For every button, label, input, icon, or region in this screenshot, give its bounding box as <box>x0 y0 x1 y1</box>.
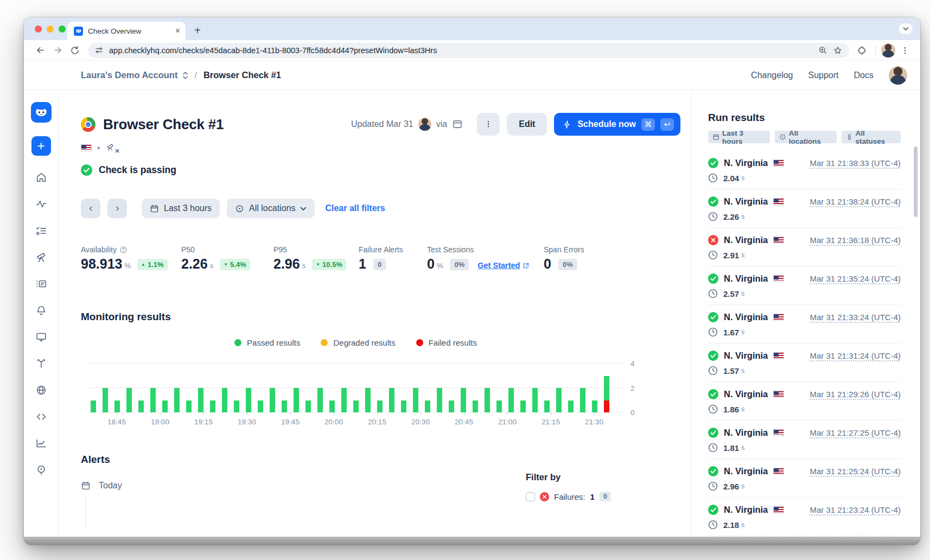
minimize-window-button[interactable] <box>47 26 54 33</box>
logs-icon[interactable] <box>35 278 47 290</box>
result-bar[interactable] <box>413 388 418 412</box>
dashboards-icon[interactable] <box>35 331 47 343</box>
result-bar[interactable] <box>317 388 323 412</box>
snippets-code-icon[interactable] <box>35 411 47 423</box>
result-bar[interactable] <box>258 400 263 413</box>
zoom-page-icon[interactable] <box>818 46 827 55</box>
account-switcher[interactable]: Laura's Demo Account <box>81 70 177 80</box>
map-pin-icon[interactable] <box>35 464 47 476</box>
reload-icon[interactable] <box>67 43 82 58</box>
result-bar[interactable] <box>568 400 574 413</box>
run-timestamp-link[interactable]: Mar 31 21:27:25 (UTC-4) <box>810 428 901 437</box>
nav-changelog-link[interactable]: Changelog <box>751 71 793 80</box>
result-bar[interactable] <box>520 400 526 413</box>
clear-all-filters-link[interactable]: Clear all filters <box>325 203 385 213</box>
result-bar[interactable] <box>210 400 215 413</box>
run-timestamp-link[interactable]: Mar 31 21:31:24 (UTC-4) <box>810 351 901 360</box>
browser-profile-avatar[interactable] <box>881 43 895 58</box>
run-timestamp-link[interactable]: Mar 31 21:23:24 (UTC-4) <box>810 505 901 514</box>
more-actions-button[interactable] <box>477 113 500 136</box>
run-result-item[interactable]: N. VirginiaMar 31 21:35:24 (UTC-4)2.57s <box>708 266 901 305</box>
result-bar[interactable] <box>162 400 168 413</box>
browser-tab[interactable]: Check Overview × <box>67 22 186 40</box>
alerts-bell-icon[interactable] <box>35 304 47 316</box>
maximize-window-button[interactable] <box>59 26 66 33</box>
result-bar[interactable] <box>174 388 180 412</box>
result-bar[interactable] <box>532 388 538 412</box>
run-timestamp-link[interactable]: Mar 31 21:36:18 (UTC-4) <box>810 236 901 245</box>
previous-period-button[interactable] <box>81 199 100 218</box>
browser-menu-icon[interactable] <box>897 43 913 58</box>
result-bar[interactable] <box>604 376 609 413</box>
result-bar[interactable] <box>341 388 347 412</box>
run-result-item[interactable]: N. VirginiaMar 31 21:27:25 (UTC-4)1.81s <box>708 421 901 459</box>
run-timestamp-link[interactable]: Mar 31 21:33:24 (UTC-4) <box>810 313 901 322</box>
create-new-button[interactable]: + <box>31 136 51 156</box>
url-text[interactable]: app.checklyhq.com/checks/e45dacab-8de1-4… <box>109 46 813 55</box>
result-bar[interactable] <box>198 388 203 412</box>
result-bar[interactable] <box>282 400 287 413</box>
result-bar[interactable] <box>449 400 454 413</box>
failures-checkbox[interactable] <box>526 492 535 501</box>
run-result-item[interactable]: N. VirginiaMar 31 21:36:18 (UTC-4)2.91s <box>708 228 901 266</box>
result-bar[interactable] <box>437 388 442 412</box>
result-bar[interactable] <box>150 388 156 412</box>
private-locations-globe-icon[interactable] <box>35 384 47 396</box>
locations-filter-button[interactable]: All locations <box>227 199 315 218</box>
back-icon[interactable] <box>33 43 48 58</box>
result-bar[interactable] <box>389 388 394 412</box>
nav-docs-link[interactable]: Docs <box>854 71 874 80</box>
analytics-chart-icon[interactable] <box>35 437 47 449</box>
result-bar[interactable] <box>222 388 227 412</box>
result-bar[interactable] <box>485 388 490 412</box>
result-bar[interactable] <box>365 388 371 412</box>
result-bar[interactable] <box>425 400 430 413</box>
run-result-item[interactable]: N. VirginiaMar 31 21:29:26 (UTC-4)1.86s <box>708 382 901 421</box>
site-settings-icon[interactable] <box>94 46 104 55</box>
activity-icon[interactable] <box>35 198 47 210</box>
user-avatar[interactable] <box>889 66 907 85</box>
forward-icon[interactable] <box>50 43 65 58</box>
result-bar[interactable] <box>270 388 275 412</box>
next-period-button[interactable] <box>107 199 127 218</box>
result-bar[interactable] <box>592 400 597 413</box>
panel-scrollbar[interactable] <box>914 147 918 217</box>
result-bar[interactable] <box>580 388 585 412</box>
result-bar[interactable] <box>103 388 108 412</box>
bookmark-star-icon[interactable] <box>833 46 843 55</box>
extensions-icon[interactable] <box>855 43 870 58</box>
result-bar[interactable] <box>126 388 132 412</box>
result-bar[interactable] <box>294 388 299 412</box>
nav-support-link[interactable]: Support <box>808 71 839 80</box>
maintenance-tools-icon[interactable] <box>35 358 47 370</box>
new-tab-button[interactable]: + <box>190 23 205 38</box>
result-bar[interactable] <box>508 388 514 412</box>
checks-list-icon[interactable] <box>35 225 47 237</box>
run-timestamp-link[interactable]: Mar 31 21:38:33 (UTC-4) <box>810 158 901 168</box>
result-bar[interactable] <box>186 400 192 413</box>
run-timestamp-link[interactable]: Mar 31 21:29:26 (UTC-4) <box>810 390 901 399</box>
result-bar[interactable] <box>246 388 251 412</box>
result-bar[interactable] <box>473 400 478 413</box>
schedule-now-button[interactable]: Schedule now ⌘ ↩ <box>554 113 680 136</box>
run-timestamp-link[interactable]: Mar 31 21:38:24 (UTC-4) <box>810 197 901 206</box>
result-bar[interactable] <box>91 400 96 413</box>
result-bar[interactable] <box>138 400 144 413</box>
tab-close-icon[interactable]: × <box>175 27 180 35</box>
time-range-filter-button[interactable]: Last 3 hours <box>142 199 220 218</box>
account-switcher-chevrons-icon[interactable] <box>182 71 189 80</box>
result-bar[interactable] <box>496 400 502 413</box>
close-window-button[interactable] <box>35 26 42 33</box>
run-result-item[interactable]: N. VirginiaMar 31 21:25:24 (UTC-4)2.96s <box>708 459 901 498</box>
get-started-link[interactable]: Get Started <box>477 261 530 270</box>
result-bar[interactable] <box>114 400 120 413</box>
run-result-item[interactable]: N. VirginiaMar 31 21:33:24 (UTC-4)1.67s <box>708 305 901 343</box>
home-icon[interactable] <box>35 171 47 183</box>
run-result-item[interactable]: N. VirginiaMar 31 21:38:24 (UTC-4)2.26s <box>708 189 901 228</box>
result-bar[interactable] <box>544 400 550 413</box>
telescope-icon[interactable] <box>35 251 47 263</box>
run-timestamp-link[interactable]: Mar 31 21:35:24 (UTC-4) <box>810 274 901 283</box>
result-bar[interactable] <box>329 400 335 413</box>
run-result-item[interactable]: N. VirginiaMar 31 21:38:33 (UTC-4)2.04s <box>708 151 901 189</box>
run-timestamp-link[interactable]: Mar 31 21:25:24 (UTC-4) <box>810 467 901 476</box>
